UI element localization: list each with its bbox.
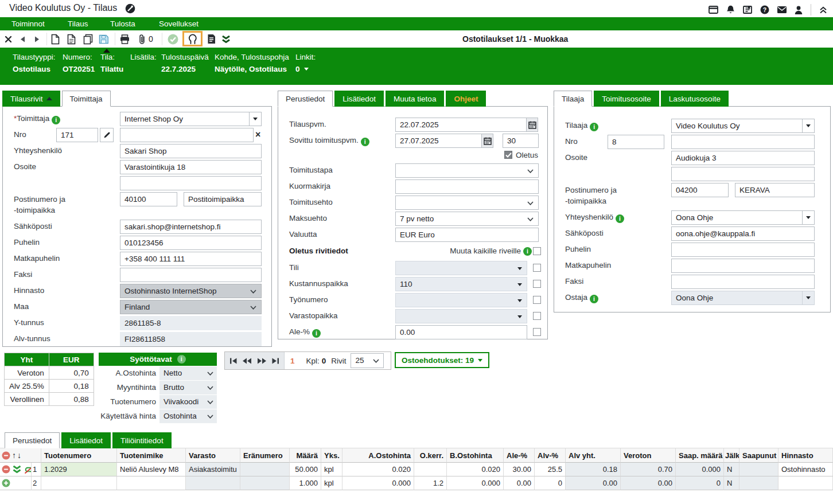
report-document-icon[interactable]: [207, 30, 216, 48]
check-circle-icon[interactable]: [168, 30, 178, 48]
bell-icon[interactable]: [726, 5, 735, 14]
field-value[interactable]: [395, 179, 539, 194]
field-value[interactable]: 27.07.2025: [395, 134, 482, 148]
checkbox[interactable]: [533, 296, 541, 304]
field-value[interactable]: Oona Ohje: [671, 210, 815, 225]
double-chevron-down-icon[interactable]: [12, 465, 22, 474]
field-value[interactable]: 40100: [120, 192, 177, 206]
field-value[interactable]: [395, 261, 527, 275]
details-tab-ohjeet[interactable]: Ohjeet: [446, 91, 486, 107]
edit-number-button[interactable]: [100, 128, 114, 142]
purchase-suggestions-button[interactable]: Ostoehdotukset: 19: [395, 352, 489, 368]
field-value[interactable]: EUR Euro: [395, 228, 539, 242]
default-checkbox[interactable]: [504, 151, 512, 159]
menu-tilaus[interactable]: Tilaus: [68, 17, 88, 30]
user-icon[interactable]: [795, 6, 803, 14]
entry-mode-select[interactable]: Ostohinta: [159, 409, 217, 423]
field-value[interactable]: 30: [503, 134, 539, 148]
cell-yks[interactable]: kpl: [321, 476, 342, 490]
calendar-button[interactable]: [526, 118, 538, 132]
cell-tuotenimike[interactable]: Neliö Aluslevy M8: [117, 463, 186, 476]
cell-b-ostohinta[interactable]: 0.020: [447, 463, 504, 476]
field-value[interactable]: Oona Ohje: [671, 291, 815, 305]
unlink-icon[interactable]: [24, 465, 32, 474]
field-value[interactable]: Postitoimipaikka: [184, 192, 262, 206]
field-value[interactable]: Ostohinnasto InternetShop: [120, 284, 262, 298]
double-chevron-down-icon[interactable]: [221, 30, 231, 48]
cell-ale[interactable]: 30.00: [504, 463, 535, 476]
paperclip-icon[interactable]: 0: [138, 30, 153, 48]
cell-tuotenimike[interactable]: [117, 476, 186, 490]
field-value[interactable]: Internet Shop Oy: [120, 112, 262, 126]
cell-a-ostohinta[interactable]: 0.000: [342, 476, 414, 490]
field-value[interactable]: 171: [56, 128, 98, 142]
customer-tab-laskutusosoite[interactable]: Laskutusosoite: [661, 91, 729, 107]
details-tab-perustiedot[interactable]: Perustiedot: [278, 91, 333, 107]
field-value[interactable]: [671, 275, 815, 289]
menu-tulosta[interactable]: Tulosta: [110, 17, 135, 30]
cell-m-r[interactable]: 1.000: [290, 476, 321, 490]
cell-b-ostohinta[interactable]: 0.000: [447, 476, 504, 490]
save-icon[interactable]: [99, 30, 108, 48]
field-value[interactable]: 04200: [671, 183, 729, 197]
dropdown-button[interactable]: [249, 112, 261, 126]
supplier-tab-toimittaja[interactable]: Toimittaja: [62, 91, 111, 107]
dropdown-button[interactable]: [802, 291, 814, 304]
copy-document-icon[interactable]: [83, 30, 93, 48]
print-icon[interactable]: [120, 30, 130, 48]
field-value[interactable]: [120, 128, 254, 142]
field-value[interactable]: 7 pv netto: [395, 212, 539, 226]
rows-tab-tili-intitiedot[interactable]: Tiliöintitiedot: [112, 432, 172, 448]
details-tab-lis-tiedot[interactable]: Lisätiedot: [334, 91, 384, 107]
dropdown-button[interactable]: [802, 119, 814, 132]
dropdown-button[interactable]: [802, 211, 814, 224]
pager-next-icon[interactable]: [257, 358, 267, 364]
field-value[interactable]: sakari.shop@internetshop.fi: [120, 220, 262, 234]
checkbox[interactable]: [533, 312, 541, 320]
nav-back-icon[interactable]: [20, 30, 25, 48]
rows-tab-perustiedot[interactable]: Perustiedot: [5, 432, 60, 448]
field-value[interactable]: [395, 163, 539, 178]
sort-arrows[interactable]: ↑↓: [12, 448, 22, 463]
field-value[interactable]: 0.00: [395, 325, 527, 339]
cell-ale[interactable]: 0.00: [504, 476, 535, 490]
menu-toiminnot[interactable]: Toiminnot: [11, 17, 45, 30]
cell-yks[interactable]: kpl: [321, 463, 342, 476]
clear-icon[interactable]: ×: [255, 128, 260, 141]
help-icon[interactable]: ?: [760, 5, 769, 14]
cell-a-ostohinta[interactable]: 0.020: [342, 463, 414, 476]
cell-hinnasto[interactable]: Ostohinnasto: [778, 463, 833, 476]
field-value[interactable]: [395, 196, 539, 210]
add-row-icon[interactable]: [2, 479, 10, 487]
nav-forward-icon[interactable]: [34, 30, 40, 48]
window-icon[interactable]: [709, 6, 718, 14]
field-value[interactable]: Audiokuja 3: [671, 151, 815, 165]
field-value[interactable]: [120, 176, 262, 190]
menu-sovellukset[interactable]: Sovellukset: [159, 17, 198, 30]
checkbox[interactable]: [533, 280, 541, 288]
field-value[interactable]: 8: [608, 135, 664, 149]
field-value[interactable]: [120, 268, 262, 282]
field-value[interactable]: Varastointikuja 18: [120, 160, 262, 174]
card-icon[interactable]: [743, 6, 752, 14]
checkbox[interactable]: [533, 264, 541, 272]
supplier-tab-tilausrivit[interactable]: Tilausrivit: [2, 91, 60, 107]
field-value[interactable]: [395, 293, 527, 307]
field-value[interactable]: 010123456: [120, 236, 262, 250]
checkbox[interactable]: [533, 247, 541, 255]
checkbox[interactable]: [533, 328, 541, 336]
customer-tab-toimitusosoite[interactable]: Toimitusosoite: [594, 91, 659, 107]
field-value[interactable]: Video Koulutus Oy: [671, 119, 815, 133]
cell-alv[interactable]: 0: [535, 476, 566, 490]
pager-prev-icon[interactable]: [242, 358, 252, 364]
cell-tuotenumero[interactable]: 1.2029: [41, 463, 117, 476]
customer-tab-tilaaja[interactable]: Tilaaja: [554, 91, 592, 107]
cell-alv[interactable]: 25.5: [535, 463, 566, 476]
field-value[interactable]: KERAVA: [735, 183, 815, 197]
remove-row-icon[interactable]: [2, 465, 10, 474]
page-size-select[interactable]: 25: [351, 353, 384, 368]
mail-icon[interactable]: [777, 6, 787, 13]
field-value[interactable]: Finland: [120, 300, 262, 314]
field-value[interactable]: oona.ohje@kauppala.fi: [671, 226, 815, 241]
field-value[interactable]: Sakari Shop: [120, 144, 262, 158]
